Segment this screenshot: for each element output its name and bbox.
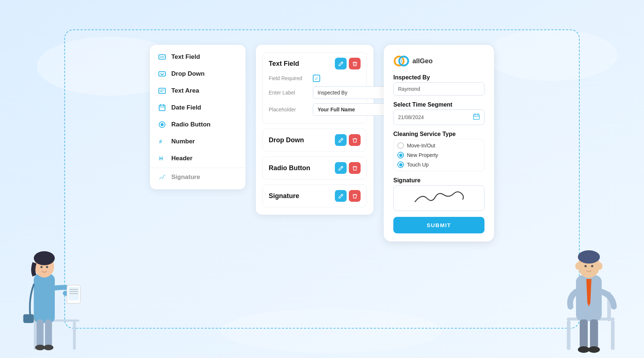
field-required-row: Field Required ✓ bbox=[269, 75, 361, 82]
svg-rect-6 bbox=[73, 322, 76, 350]
radio-group: Move-In/Out New Property Touch Up bbox=[393, 139, 484, 171]
svg-point-17 bbox=[40, 266, 43, 268]
drop-down-card-title: Drop Down bbox=[269, 136, 304, 144]
radio-button-delete-button[interactable] bbox=[349, 162, 361, 174]
signature-delete-button[interactable] bbox=[349, 190, 361, 202]
drop-down-icon bbox=[158, 70, 166, 78]
field-list-item-text-area[interactable]: Text Area bbox=[150, 82, 246, 99]
radio-button-edit-button[interactable] bbox=[335, 162, 347, 174]
select-time-label: Select Time Segment bbox=[393, 101, 484, 108]
svg-rect-43 bbox=[159, 88, 165, 93]
svg-rect-20 bbox=[45, 319, 52, 347]
radio-button-card: Radio Button bbox=[262, 157, 367, 179]
field-list-item-signature[interactable]: Signature bbox=[150, 169, 246, 186]
text-field-card: Text Field bbox=[262, 52, 367, 123]
number-icon: # bbox=[158, 138, 166, 145]
placeholder-input[interactable] bbox=[313, 103, 391, 116]
field-list-label-text-field: Text Field bbox=[171, 53, 200, 61]
drop-down-delete-button[interactable] bbox=[349, 134, 361, 146]
signature-card-header: Signature bbox=[269, 190, 361, 202]
svg-line-57 bbox=[341, 139, 342, 140]
cleaning-service-section: Cleaning Service Type Move-In/Out New Pr… bbox=[393, 131, 484, 171]
drop-down-edit-button[interactable] bbox=[335, 134, 347, 146]
signature-icon bbox=[158, 173, 166, 181]
text-field-card-body: Field Required ✓ Enter Label Placeholder bbox=[269, 75, 361, 116]
signature-section: Signature bbox=[393, 177, 484, 211]
allgeo-logo-text: allGeo bbox=[412, 57, 433, 65]
radio-button-card-actions bbox=[335, 162, 361, 174]
text-area-icon bbox=[158, 87, 166, 94]
svg-point-22 bbox=[44, 345, 54, 350]
enter-label-label: Enter Label bbox=[269, 90, 309, 96]
field-list-divider bbox=[150, 168, 246, 168]
select-time-section: Select Time Segment 21/08/2024 bbox=[393, 101, 484, 125]
field-list-label-radio-button: Radio Button bbox=[171, 121, 211, 128]
form-builder-panel: Text Field bbox=[256, 45, 373, 215]
field-list-item-drop-down[interactable]: Drop Down bbox=[150, 65, 246, 82]
signature-card-title: Signature bbox=[269, 192, 299, 200]
radio-label-touch-up: Touch Up bbox=[407, 162, 429, 168]
field-list-label-signature: Signature bbox=[171, 173, 200, 181]
svg-point-38 bbox=[578, 346, 590, 353]
field-list-item-header[interactable]: H Header bbox=[150, 150, 246, 167]
field-list-item-number[interactable]: # Number bbox=[150, 133, 246, 150]
svg-point-35 bbox=[591, 265, 593, 267]
drop-down-card: Drop Down bbox=[262, 129, 367, 151]
main-container: Text Field Drop Down Text Area bbox=[64, 29, 580, 329]
submit-button[interactable]: SUBMIT bbox=[393, 217, 484, 233]
drop-down-card-header: Drop Down bbox=[269, 134, 361, 146]
radio-circle-touch-up bbox=[397, 161, 404, 168]
svg-point-18 bbox=[46, 266, 48, 268]
radio-label-move-in-out: Move-In/Out bbox=[407, 143, 435, 148]
svg-text:#: # bbox=[159, 139, 162, 144]
allgeo-logo-icon bbox=[393, 54, 409, 68]
date-input-field[interactable]: 21/08/2024 bbox=[393, 110, 484, 125]
svg-point-39 bbox=[588, 346, 600, 353]
svg-line-58 bbox=[341, 167, 342, 168]
text-field-icon bbox=[158, 53, 166, 61]
placeholder-row: Placeholder bbox=[269, 103, 361, 116]
radio-button-card-title: Radio Button bbox=[269, 164, 310, 172]
field-list-label-date-field: Date Field bbox=[171, 104, 201, 111]
left-character-illustration bbox=[11, 211, 85, 358]
text-field-delete-button[interactable] bbox=[349, 58, 361, 69]
drop-down-card-actions bbox=[335, 134, 361, 146]
field-list-item-text-field[interactable]: Text Field bbox=[150, 49, 246, 65]
inspected-by-input[interactable] bbox=[393, 82, 484, 96]
signature-card-actions bbox=[335, 190, 361, 202]
svg-rect-37 bbox=[590, 319, 598, 349]
radio-option-new-property[interactable]: New Property bbox=[397, 152, 480, 158]
radio-button-card-header: Radio Button bbox=[269, 162, 361, 174]
radio-option-move-in-out[interactable]: Move-In/Out bbox=[397, 142, 480, 149]
field-list-label-text-area: Text Area bbox=[171, 87, 199, 94]
date-field-icon bbox=[158, 104, 166, 111]
svg-rect-23 bbox=[23, 314, 34, 323]
svg-point-51 bbox=[161, 123, 164, 126]
radio-circle-move-in-out bbox=[397, 142, 404, 149]
field-list-item-date-field[interactable]: Date Field bbox=[150, 99, 246, 116]
signature-section-label: Signature bbox=[393, 177, 484, 184]
svg-point-21 bbox=[35, 345, 45, 350]
inspected-by-section: Inspected By bbox=[393, 74, 484, 96]
svg-rect-9 bbox=[34, 274, 55, 323]
signature-edit-button[interactable] bbox=[335, 190, 347, 202]
svg-rect-36 bbox=[580, 319, 588, 349]
field-list-item-radio-button[interactable]: Radio Button bbox=[150, 116, 246, 133]
check-icon: ✓ bbox=[315, 76, 319, 81]
calendar-icon bbox=[473, 113, 480, 121]
field-required-checkbox[interactable]: ✓ bbox=[313, 75, 320, 82]
date-value: 21/08/2024 bbox=[398, 114, 424, 120]
radio-label-new-property: New Property bbox=[407, 152, 438, 158]
radio-circle-new-property bbox=[397, 152, 404, 158]
enter-label-input[interactable] bbox=[313, 86, 387, 99]
radio-option-touch-up[interactable]: Touch Up bbox=[397, 161, 480, 168]
svg-line-59 bbox=[341, 194, 342, 196]
signature-box[interactable] bbox=[393, 185, 484, 211]
field-list-panel: Text Field Drop Down Text Area bbox=[150, 45, 246, 189]
svg-rect-5 bbox=[34, 322, 37, 350]
inspected-by-label: Inspected By bbox=[393, 74, 484, 81]
text-field-edit-button[interactable] bbox=[335, 58, 347, 69]
radio-button-icon bbox=[158, 121, 166, 128]
enter-label-row: Enter Label bbox=[269, 86, 361, 99]
text-field-card-title: Text Field bbox=[269, 60, 299, 68]
